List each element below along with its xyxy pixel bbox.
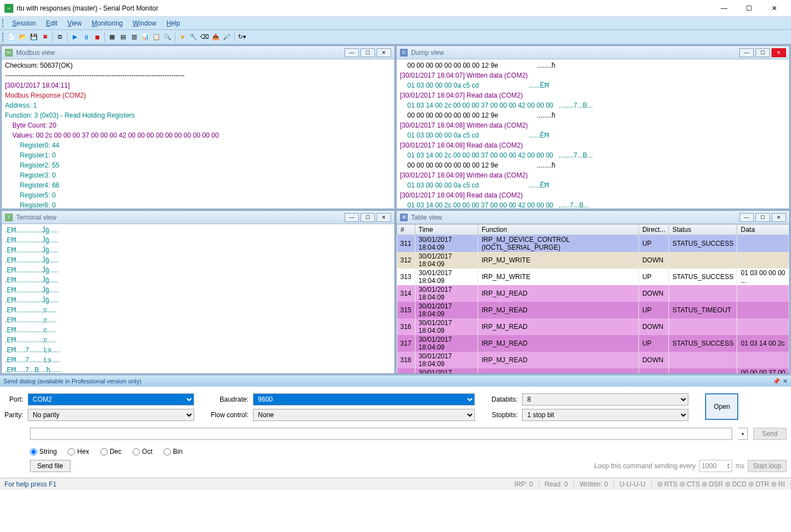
panel-close-button[interactable]: ✕ xyxy=(377,48,391,57)
baudrate-select[interactable]: 9600 xyxy=(253,393,475,406)
table-row[interactable]: 31530/01/2017 18:04:09IRP_MJ_READUPSTATU… xyxy=(397,302,789,318)
table-row[interactable]: 31930/01/2017 18:04:09IRP_MJ_READUPSTATU… xyxy=(397,368,789,373)
fmt-bin[interactable]: Bin xyxy=(164,448,182,455)
log-icon[interactable]: 📋 xyxy=(151,32,161,42)
send-dialog-title: Send dialog (available in Professional v… xyxy=(3,378,141,384)
fmt-string[interactable]: String xyxy=(30,448,57,455)
table-row[interactable]: 31430/01/2017 18:04:09IRP_MJ_READDOWN xyxy=(397,285,789,302)
list-icon[interactable]: ▤ xyxy=(118,32,128,42)
status-read: Read: 0 xyxy=(539,480,574,488)
tool-icon[interactable]: 🔧 xyxy=(189,32,199,42)
refresh-icon[interactable]: ↻▾ xyxy=(237,32,247,42)
flow-select[interactable]: None xyxy=(253,409,475,421)
terminal-panel: T Terminal view — ☐ ✕ .EĦ..............Ĵ… xyxy=(1,210,395,374)
panel-min-button[interactable]: — xyxy=(739,213,754,222)
panel-max-button[interactable]: ☐ xyxy=(755,48,770,57)
table-title: Table view xyxy=(411,214,738,221)
menu-help[interactable]: Help xyxy=(162,18,185,28)
grid-icon[interactable]: ▦ xyxy=(107,32,117,42)
panel-min-button[interactable]: — xyxy=(344,213,359,222)
copy-icon[interactable]: ⧉ xyxy=(55,32,65,42)
pin-icon[interactable]: 📌 xyxy=(773,378,780,385)
table-row[interactable]: 31330/01/2017 18:04:09IRP_MJ_WRITEUPSTAT… xyxy=(397,268,789,285)
find-icon[interactable]: 🔎 xyxy=(222,32,232,42)
panel-max-button[interactable]: ☐ xyxy=(361,213,375,222)
terminal-title: Terminal view xyxy=(16,214,343,221)
toolbar: 📄 📂 💾 ✖ ⧉ ▶ ⏸ ⏹ ▦ ▤ ▥ 📊 📋 🔍 ▼ 🔧 ⌫ 📤 🔎 ↻▾ xyxy=(0,30,791,44)
filter-icon[interactable]: ▼ xyxy=(178,32,187,42)
dump-panel: D Dump view — ☐ ✕ 00 00 00 00 00 00 00 0… xyxy=(396,45,790,209)
panel-close-button[interactable]: ✕ xyxy=(772,48,786,57)
play-icon[interactable]: ▶ xyxy=(70,32,80,42)
new-icon[interactable]: 📄 xyxy=(7,32,17,42)
menu-window[interactable]: Window xyxy=(128,18,161,28)
toolbar-grip xyxy=(2,33,4,42)
col-function[interactable]: Function xyxy=(478,225,639,235)
col-[interactable]: # xyxy=(397,225,415,235)
zoom-icon[interactable]: 🔍 xyxy=(163,32,173,42)
loop-label: Loop this command sending every xyxy=(594,462,696,470)
send-button[interactable]: Send xyxy=(753,428,787,440)
status-written: Written: 0 xyxy=(574,480,614,488)
loop-spinner[interactable]: 1000▴▾ xyxy=(699,460,732,472)
minimize-button[interactable]: — xyxy=(712,1,737,16)
table-row[interactable]: 31730/01/2017 18:04:09IRP_MJ_READUPSTATU… xyxy=(397,335,789,352)
panel-close-button[interactable]: ✕ xyxy=(377,213,391,222)
terminal-icon: T xyxy=(5,214,13,221)
databits-select[interactable]: 8 xyxy=(522,393,688,406)
panel-close-button[interactable]: ✕ xyxy=(772,213,786,222)
startloop-button[interactable]: Start loop xyxy=(748,460,787,472)
port-select[interactable]: COM2 xyxy=(28,393,194,406)
loop-unit: ms xyxy=(736,462,744,470)
sendfile-button[interactable]: Send file xyxy=(30,460,70,472)
table-row[interactable]: 31830/01/2017 18:04:09IRP_MJ_READDOWN xyxy=(397,352,789,368)
col-status[interactable]: Status xyxy=(669,225,737,235)
panel-max-button[interactable]: ☐ xyxy=(755,213,770,222)
modbus-icon: M xyxy=(5,49,13,57)
send-dropdown-icon[interactable]: ▾ xyxy=(738,428,748,440)
menu-session[interactable]: Session xyxy=(8,18,40,28)
panel-max-button[interactable]: ☐ xyxy=(361,48,375,57)
parity-select[interactable]: No parity xyxy=(28,409,194,421)
save-icon[interactable]: 💾 xyxy=(29,32,39,42)
modbus-body[interactable]: Checksum: 50637(OK)---------------------… xyxy=(2,59,394,209)
send-input[interactable] xyxy=(30,428,732,440)
table-body[interactable]: #TimeFunctionDirect...StatusData 31130/0… xyxy=(397,224,789,373)
send-dialog: Send dialog (available in Professional v… xyxy=(0,375,791,478)
window-title: rtu with responses (master) - Serial Por… xyxy=(17,4,712,12)
menu-monitoring[interactable]: Monitoring xyxy=(87,18,127,28)
panel-min-button[interactable]: — xyxy=(739,48,754,57)
col-time[interactable]: Time xyxy=(415,225,478,235)
chart-icon[interactable]: 📊 xyxy=(140,32,150,42)
menubar-grip xyxy=(2,19,4,28)
table-row[interactable]: 31130/01/2017 18:04:09IRP_MJ_DEVICE_CONT… xyxy=(397,235,789,252)
export-icon[interactable]: 📤 xyxy=(211,32,221,42)
delete-icon[interactable]: ✖ xyxy=(40,32,50,42)
col-direct[interactable]: Direct... xyxy=(638,225,668,235)
menu-edit[interactable]: Edit xyxy=(42,18,62,28)
col-data[interactable]: Data xyxy=(737,225,789,235)
clear-icon[interactable]: ⌫ xyxy=(200,32,210,42)
maximize-button[interactable]: ☐ xyxy=(737,1,762,16)
menu-view[interactable]: View xyxy=(63,18,86,28)
terminal-body[interactable]: .EĦ..............Ĵĝ......EĦ.............… xyxy=(2,224,394,373)
menubar: Session Edit View Monitoring Window Help xyxy=(0,17,791,30)
fmt-oct[interactable]: Oct xyxy=(133,448,153,455)
table-row[interactable]: 31230/01/2017 18:04:09IRP_MJ_WRITEDOWN xyxy=(397,252,789,268)
fmt-hex[interactable]: Hex xyxy=(68,448,89,455)
stopbits-label: Stopbits: xyxy=(491,411,518,419)
send-close-icon[interactable]: ✕ xyxy=(783,378,788,385)
close-button[interactable]: ✕ xyxy=(762,1,787,16)
table-row[interactable]: 31630/01/2017 18:04:09IRP_MJ_READDOWN xyxy=(397,318,789,335)
flow-label: Flow control: xyxy=(211,411,249,419)
stop-icon[interactable]: ⏹ xyxy=(92,32,102,42)
open-icon[interactable]: 📂 xyxy=(18,32,28,42)
open-button[interactable]: Open xyxy=(705,393,738,420)
pause-icon[interactable]: ⏸ xyxy=(81,32,91,42)
fmt-dec[interactable]: Dec xyxy=(100,448,121,455)
details-icon[interactable]: ▥ xyxy=(129,32,139,42)
stopbits-select[interactable]: 1 stop bit xyxy=(522,409,688,421)
dump-body[interactable]: 00 00 00 00 00 00 00 00 12 9e ........ħ … xyxy=(397,59,789,209)
modbus-panel: M Modbus view — ☐ ✕ Checksum: 50637(OK)-… xyxy=(1,45,395,209)
panel-min-button[interactable]: — xyxy=(344,48,359,57)
